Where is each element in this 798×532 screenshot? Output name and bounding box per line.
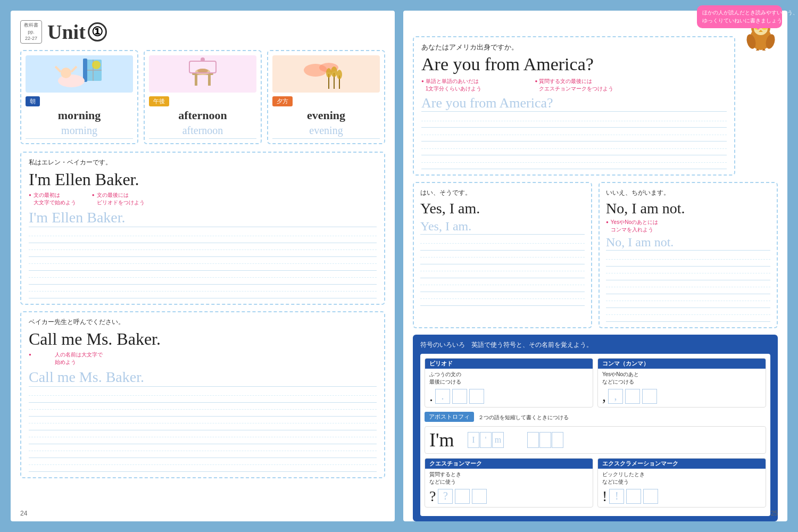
- apostrophe-header: アポストロフィ: [425, 412, 474, 422]
- no-trace: No, I am not.: [606, 235, 770, 251]
- annotation-comma: YesやNoのあとには コンマを入れよう: [606, 219, 770, 234]
- exclamation-trace[interactable]: !: [609, 489, 624, 504]
- apostrophe-trace1: I ' m: [468, 432, 504, 448]
- yes-jp: はい、そうです。: [420, 188, 585, 197]
- apostrophe-row: アポストロフィ ２つの語を短縮して書くときにつける I'm I ' m: [425, 412, 766, 454]
- no-jp: いいえ、ちがいます。: [606, 188, 770, 197]
- question-exclamation-row: クエスチョンマーク 質問するとき などに使う ? ? エクスクラメーションマーク: [425, 458, 766, 508]
- apostrophe-trace2: [527, 432, 563, 448]
- yes-trace: Yes, I am.: [420, 219, 585, 235]
- evening-label: 夕方: [272, 96, 293, 106]
- question-desc: 質問するとき などに使う: [429, 471, 588, 486]
- are-you-trace: Are you from America?: [421, 95, 727, 112]
- ann-spacing: 単語と単語のあいだは 1文字分くらいあけよう: [421, 78, 481, 93]
- are-you-sentence: Are you from America?: [421, 54, 727, 74]
- period-chars: . .: [429, 388, 588, 405]
- svg-rect-12: [195, 75, 197, 86]
- exclamation-desc: ビックリしたとき などに使う: [602, 471, 761, 486]
- comma-box: コンマ（カンマ） YesやNoのあと などにつける , ,: [597, 358, 766, 408]
- im-cell-I2[interactable]: [527, 432, 539, 448]
- question-cell3[interactable]: [472, 489, 487, 504]
- ellen-baker-section: 私はエレン・ベイカーです。 I'm Ellen Baker. 文の最初は 大文字…: [20, 152, 385, 305]
- call-annotations: 人の名前は大文字で 始めよう: [29, 350, 377, 366]
- im-cell-m2[interactable]: [552, 432, 563, 448]
- unit-title: Unit: [47, 20, 86, 44]
- svg-line-46: [764, 49, 766, 51]
- period-header: ピリオド: [425, 359, 593, 369]
- comma-chars: , ,: [602, 388, 761, 405]
- im-cell-apos2[interactable]: [539, 432, 551, 448]
- annotation-name-cap: 人の名前は大文字で 始めよう: [29, 351, 103, 366]
- apostrophe-desc: ２つの語を短縮して書くときにつける: [478, 414, 569, 421]
- call-me-section: ベイカー先生と呼んでください。 Call me Ms. Baker. 人の名前は…: [20, 311, 385, 478]
- exclamation-char: !: [602, 488, 607, 505]
- page-number-right: 25: [771, 510, 778, 517]
- period-trace[interactable]: .: [435, 389, 450, 404]
- exclamation-header: エクスクラメーションマーク: [598, 459, 766, 469]
- yes-sentence: Yes, I am.: [420, 200, 585, 218]
- svg-point-17: [201, 57, 205, 62]
- comma-body: YesやNoのあと などにつける , ,: [598, 369, 766, 407]
- vocab-card-afternoon: 午後 afternoon afternoon: [144, 50, 262, 144]
- svg-point-22: [331, 66, 337, 77]
- afternoon-label: 午後: [149, 96, 169, 106]
- unit-header: 教科書 pp. 22-27 Unit ①: [20, 20, 385, 44]
- question-body: 質問するとき などに使う ? ?: [425, 469, 593, 507]
- svg-point-7: [61, 68, 71, 78]
- im-cell-apos[interactable]: ': [480, 432, 492, 448]
- svg-rect-13: [208, 75, 211, 86]
- period-cell3[interactable]: [469, 389, 484, 404]
- are-you-jp: あなたはアメリカ出身ですか。: [421, 43, 727, 52]
- morning-label: 朝: [26, 96, 40, 106]
- morning-word: morning: [26, 109, 133, 122]
- are-you-section: あなたはアメリカ出身ですか。 Are you from America? 単語と…: [413, 36, 735, 176]
- svg-rect-4: [83, 59, 87, 82]
- symbols-title: 符号のいろいろ 英語で使う符号と、その名前を覚えよう。: [420, 340, 770, 350]
- exclamation-cell2[interactable]: [626, 489, 641, 504]
- comma-cell3[interactable]: [642, 389, 657, 404]
- period-cell2[interactable]: [452, 389, 467, 404]
- writing-lines-are-you: [421, 114, 727, 169]
- unit-number: ①: [88, 22, 107, 41]
- page-number-left: 24: [20, 510, 27, 517]
- ellen-sentence: I'm Ellen Baker.: [29, 169, 377, 189]
- comma-header: コンマ（カンマ）: [598, 359, 766, 369]
- im-cell-m[interactable]: m: [492, 432, 504, 448]
- yes-section: はい、そうです。 Yes, I am. Yes, I am.: [413, 182, 592, 328]
- svg-point-26: [326, 68, 331, 78]
- morning-image: [26, 55, 133, 93]
- im-cell-I[interactable]: I: [468, 432, 479, 448]
- exclamation-chars: ! !: [602, 488, 761, 505]
- period-char: .: [429, 388, 433, 405]
- annotation-period: 文の最後には ピリオドをつけよう: [92, 192, 145, 206]
- yes-no-row: はい、そうです。 Yes, I am. Yes, I am. いいえ、ちがいます…: [413, 182, 778, 328]
- owl-bubble: ほかの人が読んだとき読みやすいよう、 ゆっくりていねいに書きましょう。: [697, 5, 782, 28]
- apostrophe-example: I'm: [429, 429, 461, 451]
- comma-desc: YesやNoのあと などにつける: [602, 371, 761, 386]
- period-comma-row: ピリオド ふつうの文の 最後につける . . コンマ（カンマ）: [425, 358, 766, 408]
- comma-trace[interactable]: ,: [608, 389, 623, 404]
- period-desc: ふつうの文の 最後につける: [429, 371, 588, 386]
- question-cell2[interactable]: [455, 489, 470, 504]
- symbols-subtitle: 英語で使う符号と、その名前を覚えよう。: [471, 341, 593, 348]
- exclamation-cell3[interactable]: [643, 489, 658, 504]
- right-page: ほかの人が読んだとき読みやすいよう、 ゆっくりていねいに書きましょう。: [403, 11, 787, 521]
- are-you-annotations: 単語と単語のあいだは 1文字分くらいあけよう 質問する文の最後には クエスチョン…: [421, 78, 727, 93]
- ellen-annotations: 文の最初は 大文字で始めよう 文の最後には ピリオドをつけよう: [29, 190, 377, 206]
- exclamation-body: ビックリしたとき などに使う ! !: [598, 469, 766, 507]
- writing-lines-yes: [420, 237, 585, 306]
- afternoon-image: [149, 55, 256, 93]
- question-trace[interactable]: ?: [438, 489, 453, 504]
- textbook-badge: 教科書 pp. 22-27: [20, 20, 42, 44]
- afternoon-trace: afternoon: [149, 124, 256, 139]
- writing-lines-ellen: [29, 229, 377, 298]
- vocab-card-evening: 夕方 evening evening: [267, 50, 385, 144]
- comma-cell2[interactable]: [625, 389, 640, 404]
- writing-lines-no: [606, 253, 770, 322]
- ann-question: 質問する文の最後には クエスチョンマークをつけよう: [535, 78, 613, 93]
- svg-point-5: [92, 61, 101, 69]
- ellen-jp: 私はエレン・ベイカーです。: [29, 158, 377, 167]
- call-jp: ベイカー先生と呼んでください。: [29, 318, 377, 327]
- question-box: クエスチョンマーク 質問するとき などに使う ? ?: [425, 458, 593, 508]
- question-chars: ? ?: [429, 488, 588, 505]
